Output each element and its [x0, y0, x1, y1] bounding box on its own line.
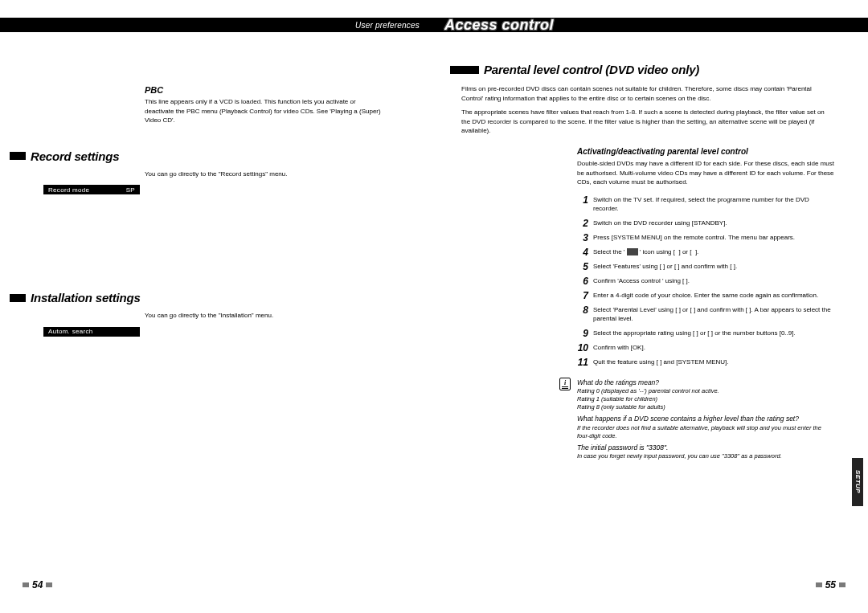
step-6: 6Confirm 'Access control ' using [ ].: [577, 276, 834, 286]
pbc-text: This line appears only if a VCD is loade…: [145, 97, 386, 125]
setup-tab: SETUP: [852, 458, 863, 506]
page-number-55: 55: [825, 579, 836, 591]
steps-list: 1Switch on the TV set. If required, sele…: [461, 195, 834, 367]
tip-q2: What happens if a DVD scene contains a h…: [577, 415, 834, 424]
step-7: 7Enter a 4-digit code of your choice. En…: [577, 291, 834, 300]
header-subtitle: User preferences: [355, 21, 420, 30]
installation-settings-heading: Installation settings: [10, 291, 434, 304]
step-3: 3Press [SYSTEM MENU] on the remote contr…: [577, 233, 834, 243]
footer-square-icon: [839, 582, 845, 587]
tips-block: What do the ratings mean? Rating 0 (disp…: [461, 378, 834, 461]
page-right: Access control Parental level control (D…: [434, 0, 868, 613]
record-settings-title: Record settings: [31, 149, 119, 163]
autom-search-label: Autom. search: [48, 328, 92, 335]
info-icon: [559, 378, 571, 390]
record-settings-text: You can go directly to the "Record setti…: [145, 170, 410, 179]
parental-heading: Parental level control (DVD video only): [450, 63, 868, 76]
parental-intro-2: The appropriate scenes have filter value…: [461, 108, 834, 136]
tip-a1b: Rating 1 (suitable for children): [577, 395, 834, 403]
tip-a1a: Rating 0 (displayed as '--') parental co…: [577, 387, 834, 395]
step-5: 5Select 'Features' using [ ] or [ ] and …: [577, 262, 834, 272]
parental-intro-1: Films on pre-recorded DVD discs can cont…: [461, 84, 834, 103]
heading-bar-icon: [10, 152, 26, 160]
header-bar-left: User preferences: [0, 18, 434, 32]
tip-a2: If the recorder does not find a suitable…: [577, 424, 834, 440]
activating-intro: Double-sided DVDs may have a different I…: [461, 159, 834, 187]
tip-a3: In case you forget newly input password,…: [577, 452, 834, 460]
tip-q1: What do the ratings mean?: [577, 378, 834, 388]
step-8: 8Select 'Parental Level' using [ ] or [ …: [577, 305, 834, 324]
step-10: 10Confirm with [OK].: [577, 343, 834, 353]
page-number-left: 54: [23, 579, 52, 591]
heading-bar-icon: [10, 294, 26, 302]
activating-subheading: Activating/deactivating parental level c…: [461, 147, 834, 157]
step-2: 2Switch on the DVD recorder using [STAND…: [577, 219, 834, 228]
step-1: 1Switch on the TV set. If required, sele…: [577, 195, 834, 214]
step-4: 4Select the ' ' icon using [ ] or [ ].: [577, 247, 834, 257]
menu-icon: [627, 248, 638, 255]
pbc-heading: PBC: [145, 85, 386, 95]
page-number-right: 55: [816, 579, 845, 591]
page-left: User preferences PBC This line appears o…: [0, 0, 434, 613]
heading-bar-icon: [450, 66, 479, 74]
chapter-title: Access control: [444, 18, 554, 32]
page-number-54: 54: [32, 579, 43, 591]
step-11: 11Quit the feature using [ ] and [SYSTEM…: [577, 358, 834, 367]
autom-search-row: Autom. search: [43, 327, 140, 337]
record-mode-value: SP: [126, 186, 140, 194]
footer-square-icon: [46, 582, 52, 587]
record-mode-label: Record mode: [48, 186, 89, 194]
header-bar-right: Access control: [434, 18, 868, 32]
parental-heading-text: Parental level control (DVD video only): [484, 63, 699, 76]
record-mode-row: Record mode SP: [43, 185, 140, 194]
footer-square-icon: [23, 582, 29, 587]
installation-settings-text: You can go directly to the "Installation…: [145, 311, 410, 321]
tip-q3: The initial password is "3308".: [577, 443, 834, 453]
step-9: 9Select the appropriate rating using [ ]…: [577, 329, 834, 338]
record-settings-heading: Record settings: [10, 149, 434, 163]
footer-square-icon: [816, 582, 822, 587]
tip-a1c: Rating 8 (only suitable for adults): [577, 403, 834, 411]
installation-settings-title: Installation settings: [31, 291, 141, 304]
